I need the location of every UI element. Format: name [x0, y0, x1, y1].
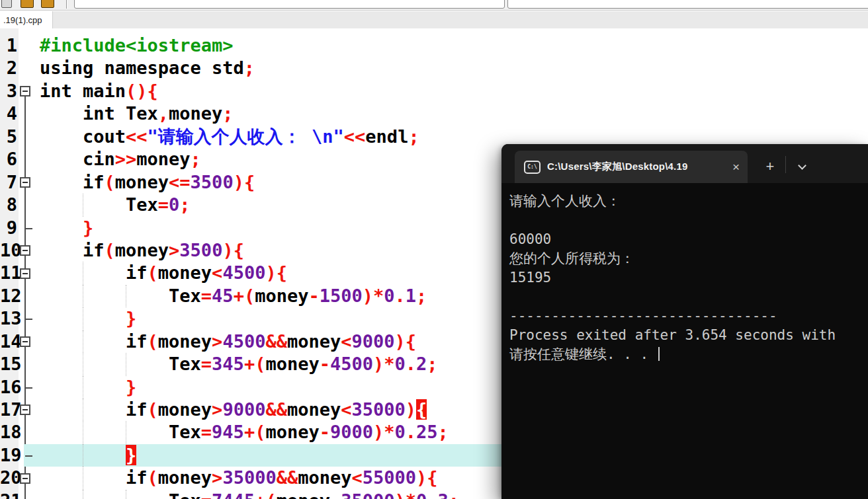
- code-line[interactable]: 6 cin>>money;: [0, 148, 868, 171]
- code-token: money: [158, 331, 212, 352]
- code-line[interactable]: 15 Tex=345+(money-4500)*0.2;: [0, 353, 868, 375]
- code-line[interactable]: 21 Tex=7445+(money-35000)*0.3;: [0, 490, 868, 499]
- code-token: 3: [438, 490, 449, 499]
- code-line[interactable]: 7 if(money<=3500){: [0, 171, 868, 194]
- code-token: 35000: [222, 467, 276, 488]
- toolbar-combobox-left[interactable]: [74, 0, 505, 9]
- code-token: ;: [244, 58, 255, 78]
- code-token: <<: [126, 126, 148, 147]
- code-token: ;: [222, 103, 233, 124]
- code-token: 3500: [179, 240, 222, 260]
- code-token: &&: [265, 331, 287, 352]
- code-token: 35000: [351, 399, 405, 420]
- code-line[interactable]: 12 Tex=45+(money-1500)*0.1;: [0, 285, 868, 307]
- code-line[interactable]: 17 if(money>9000&&money<35000){: [0, 399, 868, 421]
- code-token: -: [320, 354, 330, 374]
- code-token: 1: [406, 286, 416, 306]
- code-line[interactable]: 9 }: [0, 217, 868, 239]
- code-line[interactable]: 16 }: [0, 376, 868, 399]
- fold-cell: [19, 217, 33, 239]
- code-line[interactable]: 3int main(){: [0, 80, 868, 102]
- code-token: Tex: [40, 194, 158, 215]
- matched-brace: }: [126, 445, 136, 465]
- line-number: 7: [0, 171, 17, 194]
- code-token: money: [115, 172, 169, 192]
- fold-toggle[interactable]: [19, 239, 33, 262]
- line-number: 15: [0, 353, 17, 375]
- code-token: if: [40, 331, 148, 352]
- code-text: if(money>35000&&money<55000){: [40, 467, 868, 489]
- code-token: [40, 445, 126, 465]
- code-line[interactable]: 14 if(money>4500&&money<9000){: [0, 330, 868, 353]
- code-token: Tex: [40, 286, 201, 306]
- fold-toggle[interactable]: [19, 330, 33, 353]
- code-text: Tex=345+(money-4500)*0.2;: [40, 353, 868, 375]
- toolbar-save-icon[interactable]: [41, 0, 54, 8]
- fold-end-tick: [25, 455, 32, 457]
- matched-brace: {: [416, 399, 427, 420]
- code-line[interactable]: 11 if(money<4500){: [0, 262, 868, 284]
- code-line[interactable]: 13 }: [0, 307, 868, 330]
- fold-collapse-icon[interactable]: [20, 404, 30, 415]
- line-number: 12: [0, 285, 17, 307]
- fold-cell: [19, 421, 33, 443]
- code-line[interactable]: 10 if(money>3500){: [0, 239, 868, 262]
- fold-toggle[interactable]: [19, 262, 33, 284]
- fold-collapse-icon[interactable]: [20, 86, 30, 96]
- fold-toggle[interactable]: [19, 80, 33, 102]
- fold-collapse-icon[interactable]: [20, 473, 30, 484]
- code-line[interactable]: 2using namespace std;: [0, 57, 868, 79]
- code-token: [40, 377, 126, 397]
- line-number: 4: [0, 102, 17, 125]
- code-token: =: [158, 194, 169, 215]
- code-token: int main: [40, 81, 126, 101]
- code-token: (: [105, 240, 115, 260]
- code-token: ;: [408, 126, 419, 147]
- code-text: }: [40, 444, 868, 467]
- fold-collapse-icon[interactable]: [20, 177, 30, 188]
- fold-collapse-icon[interactable]: [20, 245, 30, 256]
- code-token: 9000: [351, 331, 394, 352]
- code-area[interactable]: 1#include<iostream>2using namespace std;…: [0, 34, 868, 499]
- code-line[interactable]: 8 Tex=0;: [0, 194, 868, 216]
- code-token: .: [427, 490, 437, 499]
- code-token: 45: [212, 286, 234, 306]
- code-text: cout<<"请输入个人收入： \n"<<endl;: [40, 126, 868, 148]
- code-token: }: [126, 377, 136, 397]
- code-line[interactable]: 18 Tex=945+(money-9000)*0.25;: [0, 421, 868, 443]
- fold-toggle[interactable]: [19, 171, 33, 194]
- code-text: using namespace std;: [40, 57, 868, 79]
- fold-collapse-icon[interactable]: [20, 336, 30, 347]
- code-line[interactable]: 5 cout<<"请输入个人收入： \n"<<endl;: [0, 126, 868, 148]
- code-token: <<: [344, 126, 366, 147]
- fold-toggle[interactable]: [19, 399, 33, 421]
- code-token: <: [212, 262, 222, 283]
- code-token: ){: [416, 467, 438, 488]
- fold-collapse-icon[interactable]: [20, 268, 30, 279]
- toolbar-open-icon[interactable]: [21, 0, 34, 8]
- code-token: 0: [169, 194, 179, 215]
- toolbar-combobox-right[interactable]: [507, 0, 868, 9]
- code-token: money: [136, 149, 190, 169]
- code-token: money: [158, 399, 212, 420]
- line-number: 14: [0, 330, 17, 353]
- code-line[interactable]: 20 if(money>35000&&money<55000){: [0, 467, 868, 489]
- code-token: ;: [449, 490, 459, 499]
- code-line[interactable]: 19 }: [0, 444, 868, 467]
- code-token: ): [406, 399, 416, 420]
- code-token: 0: [416, 490, 427, 499]
- code-text: if(money<4500){: [40, 262, 868, 284]
- code-line[interactable]: 4 int Tex,money;: [0, 102, 868, 125]
- code-token: 0: [384, 286, 394, 306]
- code-line[interactable]: 1#include<iostream>: [0, 34, 868, 57]
- toolbar-button-icon[interactable]: [1, 0, 12, 8]
- code-token: if: [40, 240, 105, 260]
- code-token: (: [148, 399, 158, 420]
- code-token: money: [265, 354, 319, 374]
- code-token: ){: [234, 172, 255, 192]
- editor-tab-cpp-file[interactable]: .19(1).cpp: [0, 11, 53, 28]
- code-editor[interactable]: 1#include<iostream>2using namespace std;…: [0, 28, 868, 499]
- fold-toggle[interactable]: [19, 467, 33, 489]
- code-token: cout: [40, 126, 126, 147]
- code-token: =: [201, 422, 212, 442]
